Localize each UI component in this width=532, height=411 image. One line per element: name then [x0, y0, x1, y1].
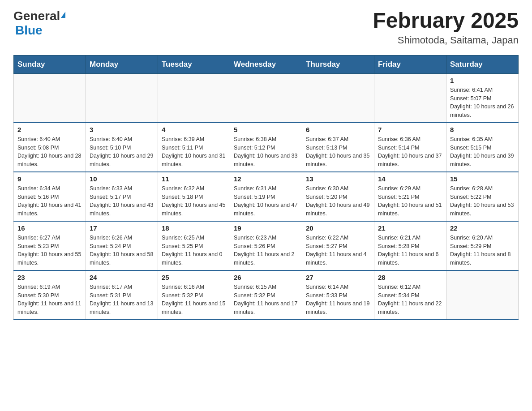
day-number: 13 — [306, 175, 370, 183]
day-cell: 27Sunrise: 6:14 AMSunset: 5:33 PMDayligh… — [302, 270, 374, 320]
day-info: Sunrise: 6:12 AMSunset: 5:34 PMDaylight:… — [378, 283, 442, 317]
day-info: Sunrise: 6:28 AMSunset: 5:22 PMDaylight:… — [450, 184, 515, 218]
day-cell — [230, 73, 302, 123]
day-info: Sunrise: 6:40 AMSunset: 5:08 PMDaylight:… — [17, 135, 82, 169]
day-cell: 2Sunrise: 6:40 AMSunset: 5:08 PMDaylight… — [14, 123, 86, 172]
day-number: 24 — [90, 274, 154, 281]
day-info: Sunrise: 6:23 AMSunset: 5:26 PMDaylight:… — [234, 234, 298, 267]
day-cell: 6Sunrise: 6:37 AMSunset: 5:13 PMDaylight… — [302, 123, 374, 172]
weekday-header-friday: Friday — [374, 55, 446, 73]
day-cell — [86, 73, 158, 123]
day-cell: 26Sunrise: 6:15 AMSunset: 5:32 PMDayligh… — [230, 270, 302, 320]
day-number: 11 — [162, 175, 226, 183]
day-number: 12 — [234, 175, 298, 183]
day-number: 5 — [234, 126, 298, 133]
day-info: Sunrise: 6:25 AMSunset: 5:25 PMDaylight:… — [162, 234, 226, 267]
day-info: Sunrise: 6:34 AMSunset: 5:16 PMDaylight:… — [17, 184, 82, 218]
day-cell — [14, 73, 86, 123]
day-info: Sunrise: 6:30 AMSunset: 5:20 PMDaylight:… — [306, 184, 370, 218]
day-number: 4 — [162, 126, 226, 133]
day-info: Sunrise: 6:38 AMSunset: 5:12 PMDaylight:… — [234, 135, 298, 169]
day-info: Sunrise: 6:26 AMSunset: 5:24 PMDaylight:… — [90, 234, 154, 267]
day-info: Sunrise: 6:37 AMSunset: 5:13 PMDaylight:… — [306, 135, 370, 169]
day-number: 23 — [17, 274, 82, 281]
day-cell: 20Sunrise: 6:22 AMSunset: 5:27 PMDayligh… — [302, 221, 374, 270]
day-info: Sunrise: 6:40 AMSunset: 5:10 PMDaylight:… — [90, 135, 154, 169]
logo-blue: Blue — [15, 23, 65, 38]
day-cell: 11Sunrise: 6:32 AMSunset: 5:18 PMDayligh… — [158, 172, 230, 221]
day-cell: 4Sunrise: 6:39 AMSunset: 5:11 PMDaylight… — [158, 123, 230, 172]
day-cell — [446, 270, 519, 320]
day-cell: 24Sunrise: 6:17 AMSunset: 5:31 PMDayligh… — [86, 270, 158, 320]
day-number: 19 — [234, 224, 298, 232]
day-number: 28 — [378, 274, 442, 281]
day-number: 14 — [378, 175, 442, 183]
day-cell: 7Sunrise: 6:36 AMSunset: 5:14 PMDaylight… — [374, 123, 446, 172]
day-cell: 25Sunrise: 6:16 AMSunset: 5:32 PMDayligh… — [158, 270, 230, 320]
day-info: Sunrise: 6:39 AMSunset: 5:11 PMDaylight:… — [162, 135, 226, 169]
day-cell: 19Sunrise: 6:23 AMSunset: 5:26 PMDayligh… — [230, 221, 302, 270]
day-cell: 15Sunrise: 6:28 AMSunset: 5:22 PMDayligh… — [446, 172, 519, 221]
week-row-5: 23Sunrise: 6:19 AMSunset: 5:30 PMDayligh… — [14, 270, 519, 320]
logo: General Blue — [13, 9, 65, 38]
week-row-1: 1Sunrise: 6:41 AMSunset: 5:07 PMDaylight… — [14, 73, 519, 123]
day-cell: 8Sunrise: 6:35 AMSunset: 5:15 PMDaylight… — [446, 123, 519, 172]
week-row-4: 16Sunrise: 6:27 AMSunset: 5:23 PMDayligh… — [14, 221, 519, 270]
week-row-3: 9Sunrise: 6:34 AMSunset: 5:16 PMDaylight… — [14, 172, 519, 221]
day-cell — [302, 73, 374, 123]
weekday-header-wednesday: Wednesday — [230, 55, 302, 73]
logo-triangle-icon — [61, 12, 65, 18]
day-number: 10 — [90, 175, 154, 183]
day-cell: 12Sunrise: 6:31 AMSunset: 5:19 PMDayligh… — [230, 172, 302, 221]
day-info: Sunrise: 6:41 AMSunset: 5:07 PMDaylight:… — [450, 86, 515, 120]
day-number: 9 — [17, 175, 82, 183]
day-info: Sunrise: 6:27 AMSunset: 5:23 PMDaylight:… — [17, 234, 82, 267]
calendar-title: February 2025 — [373, 9, 519, 33]
day-info: Sunrise: 6:17 AMSunset: 5:31 PMDaylight:… — [90, 283, 154, 317]
day-cell: 18Sunrise: 6:25 AMSunset: 5:25 PMDayligh… — [158, 221, 230, 270]
day-cell: 5Sunrise: 6:38 AMSunset: 5:12 PMDaylight… — [230, 123, 302, 172]
page-header: General Blue February 2025 Shimotoda, Sa… — [13, 9, 519, 46]
day-number: 26 — [234, 274, 298, 281]
day-number: 2 — [17, 126, 82, 133]
day-cell: 22Sunrise: 6:20 AMSunset: 5:29 PMDayligh… — [446, 221, 519, 270]
day-info: Sunrise: 6:22 AMSunset: 5:27 PMDaylight:… — [306, 234, 370, 267]
day-number: 7 — [378, 126, 442, 133]
day-number: 3 — [90, 126, 154, 133]
day-info: Sunrise: 6:33 AMSunset: 5:17 PMDaylight:… — [90, 184, 154, 218]
day-cell: 10Sunrise: 6:33 AMSunset: 5:17 PMDayligh… — [86, 172, 158, 221]
day-cell: 16Sunrise: 6:27 AMSunset: 5:23 PMDayligh… — [14, 221, 86, 270]
day-cell: 17Sunrise: 6:26 AMSunset: 5:24 PMDayligh… — [86, 221, 158, 270]
day-number: 22 — [450, 224, 515, 232]
day-cell: 1Sunrise: 6:41 AMSunset: 5:07 PMDaylight… — [446, 73, 519, 123]
calendar-subtitle: Shimotoda, Saitama, Japan — [373, 34, 519, 46]
weekday-header-row: SundayMondayTuesdayWednesdayThursdayFrid… — [14, 55, 519, 73]
day-number: 8 — [450, 126, 515, 133]
day-info: Sunrise: 6:36 AMSunset: 5:14 PMDaylight:… — [378, 135, 442, 169]
day-cell — [374, 73, 446, 123]
day-info: Sunrise: 6:35 AMSunset: 5:15 PMDaylight:… — [450, 135, 515, 169]
weekday-header-monday: Monday — [86, 55, 158, 73]
weekday-header-sunday: Sunday — [14, 55, 86, 73]
day-number: 18 — [162, 224, 226, 232]
title-area: February 2025 Shimotoda, Saitama, Japan — [373, 9, 519, 46]
weekday-header-saturday: Saturday — [446, 55, 519, 73]
day-number: 15 — [450, 175, 515, 183]
day-number: 16 — [17, 224, 82, 232]
week-row-2: 2Sunrise: 6:40 AMSunset: 5:08 PMDaylight… — [14, 123, 519, 172]
day-info: Sunrise: 6:32 AMSunset: 5:18 PMDaylight:… — [162, 184, 226, 218]
day-number: 6 — [306, 126, 370, 133]
day-number: 25 — [162, 274, 226, 281]
day-info: Sunrise: 6:20 AMSunset: 5:29 PMDaylight:… — [450, 234, 515, 267]
day-number: 21 — [378, 224, 442, 232]
day-cell: 21Sunrise: 6:21 AMSunset: 5:28 PMDayligh… — [374, 221, 446, 270]
day-info: Sunrise: 6:31 AMSunset: 5:19 PMDaylight:… — [234, 184, 298, 218]
logo-general: General — [13, 9, 60, 23]
day-info: Sunrise: 6:15 AMSunset: 5:32 PMDaylight:… — [234, 283, 298, 317]
day-info: Sunrise: 6:19 AMSunset: 5:30 PMDaylight:… — [17, 283, 82, 317]
day-number: 17 — [90, 224, 154, 232]
day-info: Sunrise: 6:21 AMSunset: 5:28 PMDaylight:… — [378, 234, 442, 267]
day-info: Sunrise: 6:16 AMSunset: 5:32 PMDaylight:… — [162, 283, 226, 317]
day-cell: 23Sunrise: 6:19 AMSunset: 5:30 PMDayligh… — [14, 270, 86, 320]
day-cell: 14Sunrise: 6:29 AMSunset: 5:21 PMDayligh… — [374, 172, 446, 221]
